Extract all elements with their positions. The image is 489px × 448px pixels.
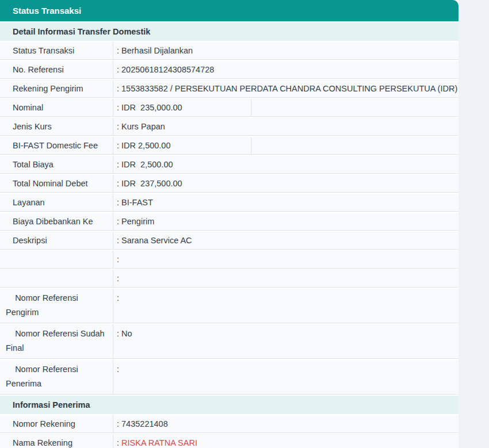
field-value-text: : 1553833582 / PERSEKUTUAN PERDATA CHAND…: [117, 84, 457, 93]
transaction-status-page: Status Transaksi Detail Informasi Transf…: [0, 0, 489, 448]
field-label: Nomor Rekening: [0, 415, 113, 432]
field-value-text: : IDR 2,500.00: [117, 141, 171, 150]
field-label: Rekening Pengirim: [0, 80, 113, 97]
detail-row: Rekening Pengirim : 1553833582 / PERSEKU…: [0, 80, 459, 98]
section-title: Detail Informasi Transfer Domestik: [0, 22, 459, 41]
transaction-detail-panel: Status Transaksi Detail Informasi Transf…: [0, 0, 459, 448]
field-value-text: :: [117, 274, 119, 283]
detail-row: No. Referensi : 20250618124308574728: [0, 61, 459, 79]
field-label: Nomor Referensi Penerima: [0, 360, 113, 394]
field-value: : IDR 235,000.00: [113, 99, 251, 116]
field-label: Nama Rekening: [0, 434, 113, 448]
field-label: Nomor Referensi Sudah Final: [0, 324, 113, 358]
page-title-bar: Status Transaksi: [0, 0, 459, 21]
detail-row: Nomor Rekening : 7435221408: [0, 415, 459, 433]
field-value: : Pengirim: [113, 213, 459, 230]
detail-row: Total Biaya : IDR 2,500.00: [0, 156, 459, 174]
detail-row: Jenis Kurs : Kurs Papan: [0, 118, 459, 136]
field-label: [0, 251, 113, 268]
field-value-text: : Kurs Papan: [117, 122, 165, 131]
detail-sections: Detail Informasi Transfer Domestik Statu…: [0, 22, 459, 448]
field-value: : BI-FAST: [113, 194, 459, 211]
detail-row: BI-FAST Domestic Fee : IDR 2,500.00: [0, 137, 459, 155]
field-value-text: :: [117, 365, 119, 374]
detail-row: :: [0, 251, 459, 269]
field-label: Jenis Kurs: [0, 118, 113, 135]
field-value-text: : BI-FAST: [117, 198, 153, 207]
field-label: Deskripsi: [0, 232, 113, 249]
field-label: Nomor Referensi Pengirim: [0, 289, 113, 323]
row-filler: [251, 99, 459, 116]
section-rows: Status Transaksi : Berhasil Dijalankan N…: [0, 42, 459, 395]
field-label: Status Transaksi: [0, 42, 113, 59]
detail-row: Nomor Referensi Sudah Final : No: [0, 324, 459, 359]
detail-row: Total Nominal Debet : IDR 237,500.00: [0, 175, 459, 193]
field-value: : RISKA RATNA SARI: [113, 434, 459, 448]
field-value-text: : IDR 2,500.00: [117, 160, 173, 169]
row-filler: [251, 137, 459, 154]
info-section-0: Detail Informasi Transfer Domestik Statu…: [0, 22, 459, 395]
section-rows: Nomor Rekening : 7435221408 Nama Rekenin…: [0, 415, 459, 448]
field-label: [0, 270, 113, 287]
field-value: : Sarana Service AC: [113, 232, 459, 249]
field-value-text: : IDR 237,500.00: [117, 179, 182, 188]
field-value-text: : Pengirim: [117, 217, 154, 226]
field-value: : 20250618124308574728: [113, 61, 459, 78]
field-value: : 7435221408: [113, 415, 459, 432]
field-value: : IDR 2,500.00: [113, 156, 459, 173]
field-value: :: [113, 289, 459, 323]
section-title: Informasi Penerima: [0, 396, 459, 414]
field-value-text: :: [117, 293, 119, 303]
field-value: : Berhasil Dijalankan: [113, 42, 459, 59]
field-value-text: :: [117, 438, 121, 447]
field-value-highlight: RISKA RATNA SARI: [121, 438, 197, 447]
field-value-text: : 7435221408: [117, 419, 168, 428]
info-section-1: Informasi Penerima Nomor Rekening : 7435…: [0, 396, 459, 448]
field-value: :: [113, 360, 459, 394]
field-value-text: :: [117, 255, 119, 264]
field-label: Layanan: [0, 194, 113, 211]
field-label: No. Referensi: [0, 61, 113, 78]
detail-row: Deskripsi : Sarana Service AC: [0, 232, 459, 250]
field-value-text: : Sarana Service AC: [117, 236, 192, 245]
detail-row: Biaya Dibebankan Ke : Pengirim: [0, 213, 459, 231]
field-label: Nominal: [0, 99, 113, 116]
field-value: : Kurs Papan: [113, 118, 459, 135]
field-value: : IDR 237,500.00: [113, 175, 459, 192]
field-label: Total Biaya: [0, 156, 113, 173]
field-value-text: : Berhasil Dijalankan: [117, 46, 193, 55]
field-value: :: [113, 251, 459, 268]
field-value: : 1553833582 / PERSEKUTUAN PERDATA CHAND…: [113, 80, 459, 97]
field-value-text: : 20250618124308574728: [117, 65, 214, 74]
field-value: : No: [113, 324, 459, 358]
field-value-text: : IDR 235,000.00: [117, 103, 182, 112]
field-value: : IDR 2,500.00: [113, 137, 251, 154]
detail-row: Nomor Referensi Penerima :: [0, 360, 459, 395]
detail-row: :: [0, 270, 459, 288]
detail-row: Nomor Referensi Pengirim :: [0, 289, 459, 323]
page-title: Status Transaksi: [13, 6, 81, 16]
field-label: Total Nominal Debet: [0, 175, 113, 192]
field-label: Biaya Dibebankan Ke: [0, 213, 113, 230]
field-value-text: : No: [117, 329, 132, 338]
detail-row: Layanan : BI-FAST: [0, 194, 459, 212]
detail-row: Nominal : IDR 235,000.00: [0, 99, 459, 117]
field-value: :: [113, 270, 459, 287]
field-label: BI-FAST Domestic Fee: [0, 137, 113, 154]
detail-row: Status Transaksi : Berhasil Dijalankan: [0, 42, 459, 60]
detail-row: Nama Rekening : RISKA RATNA SARI: [0, 434, 459, 448]
